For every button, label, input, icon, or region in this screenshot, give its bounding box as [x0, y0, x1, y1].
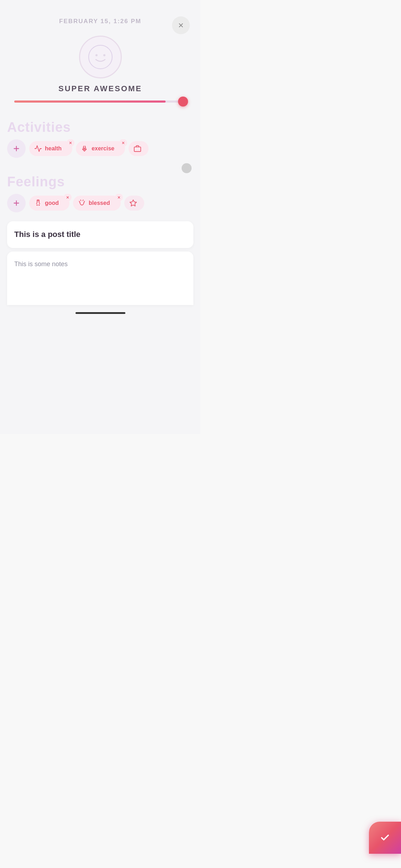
post-title-text: This is a post title — [14, 229, 186, 240]
notes-text: This is some notes — [14, 259, 186, 269]
feelings-label: Feelings — [7, 175, 193, 188]
exercise-chip-label: exercise — [92, 145, 114, 152]
slider-thumb[interactable] — [178, 97, 188, 107]
svg-rect-12 — [134, 147, 141, 151]
health-chip-close[interactable] — [67, 139, 74, 147]
blessed-chip-label: blessed — [89, 200, 110, 206]
good-chip-label: good — [45, 200, 59, 206]
notes-box[interactable]: This is some notes — [7, 252, 193, 305]
feelings-chips-row: good blessed — [7, 194, 193, 214]
screen: FEBRUARY 15, 1:26 PM SUPER AWESOME — [0, 0, 200, 434]
header-date: FEBRUARY 15, 1:26 PM — [59, 18, 141, 25]
health-chip[interactable]: health — [29, 141, 72, 156]
blessed-chip-close[interactable] — [115, 194, 123, 201]
add-feeling-button[interactable] — [7, 194, 26, 212]
exercise-chip[interactable]: exercise — [76, 141, 125, 156]
close-button[interactable] — [172, 16, 190, 34]
svg-point-15 — [37, 205, 37, 206]
mood-slider-container[interactable] — [11, 100, 190, 103]
star-chip-partial[interactable] — [124, 196, 144, 211]
good-chip[interactable]: good — [29, 196, 69, 211]
blessed-chip[interactable]: blessed — [73, 196, 121, 211]
post-title-box[interactable]: This is a post title — [7, 221, 193, 248]
mood-label: SUPER AWESOME — [58, 84, 142, 93]
svg-marker-21 — [130, 200, 136, 206]
exercise-chip-close[interactable] — [119, 139, 127, 147]
time-text: 1:26 PM — [114, 18, 141, 25]
work-chip-partial[interactable] — [129, 141, 149, 156]
activities-section: Activities health — [0, 120, 200, 160]
mood-section: SUPER AWESOME — [0, 32, 200, 120]
health-chip-label: health — [45, 145, 62, 152]
header: FEBRUARY 15, 1:26 PM — [0, 0, 200, 32]
date-text: FEBRUARY 15, — [59, 18, 111, 25]
good-chip-close[interactable] — [64, 194, 72, 201]
mood-face — [79, 36, 122, 78]
activities-label: Activities — [7, 120, 193, 134]
activities-chips-row: health exercise — [7, 139, 193, 160]
svg-point-3 — [95, 54, 98, 56]
add-activity-button[interactable] — [7, 139, 26, 158]
home-indicator — [75, 312, 125, 314]
svg-point-2 — [89, 45, 112, 69]
slider-track — [14, 100, 186, 103]
scroll-indicator — [182, 163, 192, 173]
svg-point-4 — [103, 54, 105, 56]
slider-fill — [14, 100, 166, 103]
svg-point-16 — [39, 205, 40, 206]
feelings-section: Feelings good — [0, 175, 200, 214]
